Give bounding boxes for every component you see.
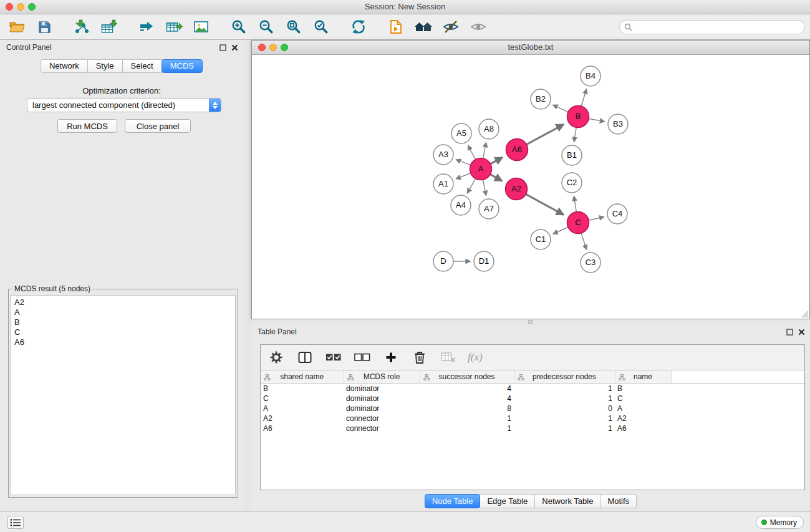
task-history-button[interactable]	[7, 516, 24, 529]
zoom-fit-button[interactable]	[284, 17, 303, 36]
cell-name[interactable]: A2	[615, 414, 671, 423]
criterion-dropdown[interactable]: largest connected component (directed)	[27, 98, 221, 112]
delete-column-button[interactable]	[410, 348, 429, 367]
graph-node-B1[interactable]: B1	[562, 145, 582, 165]
network-window-titlebar[interactable]: testGlobe.txt	[252, 41, 809, 55]
cell-successor-nodes[interactable]: 4	[420, 384, 514, 394]
cell-name[interactable]: A6	[615, 423, 671, 433]
show-columns-button[interactable]	[296, 348, 314, 367]
tab-network-table[interactable]: Network Table	[534, 494, 600, 508]
float-panel-icon[interactable]	[219, 44, 226, 53]
run-mcds-button[interactable]: Run MCDS	[57, 119, 117, 133]
vertical-splitter[interactable]	[243, 40, 251, 511]
column-header-name[interactable]: name	[615, 370, 671, 384]
table-row[interactable]: B dominator 4 1 B	[261, 384, 804, 394]
network-zoom-button[interactable]	[281, 44, 288, 51]
zoom-selected-button[interactable]	[312, 17, 330, 36]
zoom-out-button[interactable]	[257, 17, 276, 36]
column-header-shared-name[interactable]: shared name	[261, 370, 344, 384]
table-row[interactable]: A dominator 8 0 A	[261, 404, 804, 414]
zoom-in-button[interactable]	[229, 17, 248, 36]
resize-grip-icon[interactable]	[801, 311, 809, 318]
close-panel-icon[interactable]	[231, 44, 238, 53]
tab-mcds[interactable]: MCDS	[162, 59, 203, 73]
mcds-result-item[interactable]: B	[14, 317, 232, 327]
tab-style[interactable]: Style	[87, 59, 123, 73]
cell-predecessor-nodes[interactable]: 1	[514, 423, 615, 433]
import-table-button[interactable]	[100, 17, 118, 36]
graph-edge-A-A7[interactable]	[483, 180, 486, 195]
mcds-result-item[interactable]: A6	[14, 337, 232, 347]
mcds-result-item[interactable]: A2	[14, 297, 232, 307]
home-button[interactable]	[414, 17, 433, 36]
cell-name[interactable]: B	[615, 384, 671, 394]
export-network-button[interactable]	[137, 17, 156, 36]
mcds-result-list[interactable]: A2 A B C A6	[11, 295, 236, 495]
cell-predecessor-nodes[interactable]: 1	[514, 384, 615, 394]
graph-node-A1[interactable]: A1	[433, 174, 453, 194]
function-builder-button[interactable]: f(x)	[468, 351, 483, 364]
graph-node-A6[interactable]: A6	[506, 139, 528, 161]
toggle-graphics-details-button[interactable]	[441, 17, 460, 36]
graph-edge-A6-B[interactable]	[526, 125, 563, 145]
mcds-result-item[interactable]: C	[14, 327, 232, 337]
float-table-panel-icon[interactable]	[786, 328, 793, 337]
column-header-mcds-role[interactable]: MCDS role	[344, 370, 420, 384]
horizontal-splitter[interactable]	[251, 319, 810, 324]
import-network-button[interactable]	[72, 17, 91, 36]
graph-node-D[interactable]: D	[433, 251, 453, 271]
graph-node-A2[interactable]: A2	[506, 178, 528, 200]
delete-table-button[interactable]	[439, 348, 458, 367]
cell-mcds-role[interactable]: connector	[344, 414, 420, 423]
cell-successor-nodes[interactable]: 1	[420, 414, 514, 423]
deselect-all-button[interactable]	[353, 348, 372, 367]
graph-edge-A-A8[interactable]	[483, 143, 486, 158]
cell-mcds-role[interactable]: dominator	[344, 394, 420, 404]
graph-node-A3[interactable]: A3	[433, 145, 453, 165]
column-header-predecessor-nodes[interactable]: predecessor nodes	[514, 370, 615, 384]
tab-edge-table[interactable]: Edge Table	[480, 494, 535, 508]
graph-node-C4[interactable]: C4	[607, 204, 627, 224]
splitter-handle[interactable]	[528, 320, 533, 324]
graph-edge-A-A1[interactable]	[456, 173, 470, 179]
graph-edge-A-A2[interactable]	[490, 175, 502, 181]
tab-select[interactable]: Select	[122, 59, 162, 73]
graph-node-B2[interactable]: B2	[531, 89, 551, 109]
show-hide-graphics-button[interactable]	[469, 17, 488, 36]
close-window-button[interactable]	[6, 3, 13, 11]
tab-node-table[interactable]: Node Table	[425, 494, 481, 508]
cell-name[interactable]: C	[615, 394, 671, 404]
cell-predecessor-nodes[interactable]: 1	[514, 414, 615, 423]
graph-node-C1[interactable]: C1	[531, 230, 551, 249]
graph-node-B[interactable]: B	[567, 106, 589, 128]
network-close-button[interactable]	[258, 44, 266, 51]
cell-shared-name[interactable]: A2	[261, 414, 344, 423]
cell-successor-nodes[interactable]: 8	[420, 404, 514, 414]
tab-motifs[interactable]: Motifs	[600, 494, 637, 508]
graph-edge-A2-C[interactable]	[526, 194, 563, 215]
graph-edge-C-C4[interactable]	[589, 217, 604, 220]
mcds-result-item[interactable]: A	[14, 307, 232, 317]
refresh-layout-button[interactable]	[349, 17, 368, 36]
export-table-button[interactable]	[165, 17, 183, 36]
export-image-button[interactable]	[192, 17, 211, 36]
zoom-window-button[interactable]	[28, 3, 36, 11]
cell-successor-nodes[interactable]: 1	[420, 423, 514, 433]
graph-node-C2[interactable]: C2	[562, 173, 582, 193]
select-all-button[interactable]	[324, 348, 343, 367]
graph-node-C3[interactable]: C3	[581, 253, 600, 273]
graph-edge-B-B3[interactable]	[589, 118, 604, 122]
graph-node-B4[interactable]: B4	[581, 66, 600, 86]
cell-predecessor-nodes[interactable]: 1	[514, 394, 615, 404]
graph-edge-A-A3[interactable]	[456, 160, 471, 165]
cell-shared-name[interactable]: A6	[261, 423, 344, 433]
memory-button[interactable]: Memory	[756, 516, 804, 529]
minimize-window-button[interactable]	[17, 3, 24, 11]
table-row[interactable]: A6 connector 1 1 A6	[261, 423, 804, 433]
cell-name[interactable]: A	[615, 404, 671, 414]
graph-edge-B-B2[interactable]	[553, 105, 568, 112]
graph-edge-B-B4[interactable]	[581, 89, 586, 106]
graph-node-A[interactable]: A	[470, 158, 492, 180]
open-session-button[interactable]	[7, 17, 26, 36]
cell-mcds-role[interactable]: dominator	[344, 384, 420, 394]
